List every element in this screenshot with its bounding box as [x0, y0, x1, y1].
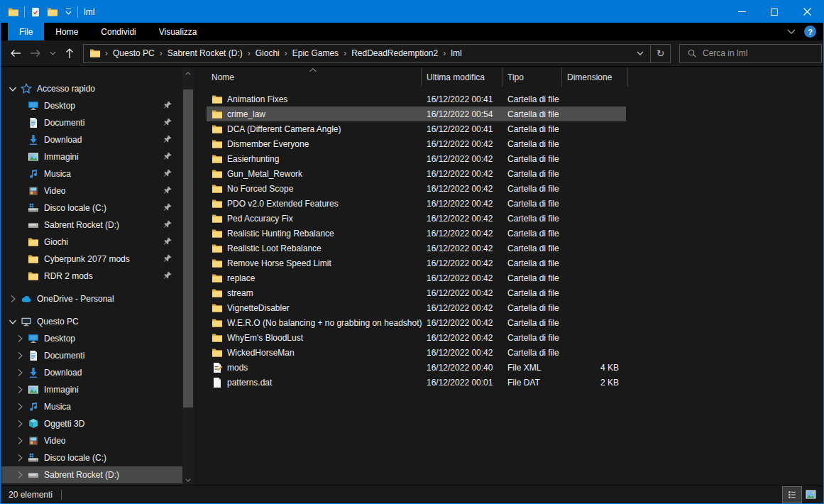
scroll-down-icon[interactable] — [182, 474, 194, 486]
scroll-up-icon[interactable] — [182, 67, 194, 79]
file-date: 16/12/2022 00:42 — [422, 169, 502, 179]
minimize-button[interactable] — [725, 1, 758, 23]
thumbnails-view-button[interactable] — [801, 487, 820, 503]
file-row[interactable]: Realistic Loot Rebalance16/12/2022 00:42… — [207, 241, 626, 256]
file-row[interactable]: No Forced Scope16/12/2022 00:42Cartella … — [207, 181, 626, 196]
file-row[interactable]: Easierhunting16/12/2022 00:42Cartella di… — [207, 151, 626, 166]
file-row[interactable]: crime_law16/12/2022 00:54Cartella di fil… — [207, 106, 626, 121]
file-row[interactable]: replace16/12/2022 00:42Cartella di file — [207, 270, 626, 285]
breadcrumb-item[interactable]: RedDeadRedemption2 — [346, 45, 443, 62]
file-row[interactable]: DCA (Different Camera Angle)16/12/2022 0… — [207, 121, 626, 136]
sidebar-item-sabrent-rocket-d[interactable]: Sabrent Rocket (D:) — [1, 217, 182, 234]
details-view-button[interactable] — [783, 487, 801, 503]
sidebar-item-desktop[interactable]: Desktop — [1, 97, 182, 114]
chevron-right-icon[interactable] — [13, 469, 27, 481]
sidebar-item-onedrive-personal[interactable]: OneDrive - Personal — [1, 290, 182, 307]
file-row[interactable]: VignetteDisabler16/12/2022 00:42Cartella… — [207, 300, 626, 315]
sidebar-scrollbar[interactable] — [182, 67, 194, 486]
tab-condividi[interactable]: Condividi — [89, 23, 147, 40]
breadcrumb-item[interactable]: Sabrent Rocket (D:) — [163, 45, 248, 62]
folder-icon[interactable] — [7, 6, 20, 18]
breadcrumb-item[interactable]: Epic Games — [287, 45, 344, 62]
sidebar-item-immagini[interactable]: Immagini — [1, 381, 182, 398]
recent-locations-chevron-icon[interactable] — [46, 44, 59, 62]
sidebar-item-documenti[interactable]: Documenti — [1, 347, 182, 364]
sidebar-item-oggetti-3d[interactable]: Oggetti 3D — [1, 415, 182, 432]
chevron-right-icon[interactable] — [13, 435, 27, 447]
customize-toolbar-chevron-icon[interactable] — [63, 9, 73, 15]
search-box[interactable]: Cerca in lml — [679, 44, 822, 63]
sidebar-item-questo-pc[interactable]: Questo PC — [1, 313, 182, 330]
scrollbar-thumb[interactable] — [183, 89, 193, 407]
help-button[interactable]: ? — [804, 26, 816, 38]
ribbon-expand-chevron-icon[interactable] — [787, 29, 796, 35]
close-button[interactable] — [791, 1, 823, 23]
chevron-right-icon[interactable] — [13, 367, 27, 378]
tab-home[interactable]: Home — [44, 23, 89, 40]
sidebar-item-download[interactable]: Download — [1, 131, 182, 148]
address-bar[interactable]: › Questo PC›Sabrent Rocket (D:)›Giochi›E… — [83, 44, 671, 63]
sidebar-item-cyberpunk-2077-mods[interactable]: Cyberpunk 2077 mods — [1, 251, 182, 268]
chevron-right-icon[interactable] — [13, 333, 27, 344]
file-row[interactable]: Animation Fixes16/12/2022 00:41Cartella … — [207, 92, 626, 106]
chevron-right-icon[interactable] — [6, 293, 20, 305]
refresh-button[interactable]: ↻ — [650, 45, 670, 62]
explorer-window: lml FileHomeCondividiVisualizza ? › Ques… — [0, 0, 824, 504]
properties-check-icon[interactable] — [29, 6, 42, 18]
sidebar-item-accesso-rapido[interactable]: Accesso rapido — [1, 80, 182, 97]
column-header-ultima-modifica[interactable]: Ultima modifica — [422, 67, 502, 87]
column-header-dimensione[interactable]: Dimensione — [562, 67, 628, 87]
file-row[interactable]: mods16/12/2022 00:40File XML4 KB — [207, 360, 626, 375]
forward-button[interactable] — [26, 44, 45, 62]
file-row[interactable]: Remove Horse Speed Limit16/12/2022 00:42… — [207, 256, 626, 270]
chevron-down-icon[interactable] — [6, 316, 20, 327]
sidebar-item-sabrent-rocket-d[interactable]: Sabrent Rocket (D:) — [1, 466, 182, 483]
sidebar-item-disco-locale-c[interactable]: Disco locale (C:) — [1, 449, 182, 466]
file-row[interactable]: Gun_Metal_Rework16/12/2022 00:42Cartella… — [207, 166, 626, 181]
file-name-cell: Realistic Hunting Rebalance — [207, 228, 422, 239]
chevron-right-icon[interactable] — [13, 384, 27, 395]
file-row[interactable]: stream16/12/2022 00:42Cartella di file — [207, 285, 626, 300]
breadcrumb-item[interactable]: lml — [446, 45, 466, 62]
sidebar-item-musica[interactable]: Musica — [1, 398, 182, 415]
address-dropdown-chevron-icon[interactable] — [630, 45, 650, 62]
xml-icon — [212, 362, 223, 373]
file-date: 16/12/2022 00:42 — [422, 184, 502, 194]
breadcrumb-item[interactable]: Giochi — [251, 45, 285, 62]
file-name: replace — [227, 273, 255, 283]
up-button[interactable] — [60, 44, 79, 62]
file-row[interactable]: W.E.R.O (No balancing + no grabbing on h… — [207, 315, 626, 330]
file-row[interactable]: patterns.dat16/12/2022 00:01File DAT2 KB — [207, 375, 626, 390]
file-row[interactable]: WickedHorseMan16/12/2022 00:42Cartella d… — [207, 345, 626, 360]
sidebar-item-giochi[interactable]: Giochi — [1, 234, 182, 251]
tab-visualizza[interactable]: Visualizza — [148, 23, 209, 40]
breadcrumb-item[interactable]: Questo PC — [108, 45, 160, 62]
file-date: 16/12/2022 00:42 — [422, 139, 502, 149]
sidebar-item-rdr-2-mods[interactable]: RDR 2 mods — [1, 268, 182, 285]
sidebar-item-video[interactable]: Video — [1, 182, 182, 199]
file-row[interactable]: WhyEm's BloodLust16/12/2022 00:42Cartell… — [207, 330, 626, 345]
sidebar-item-disco-locale-c[interactable]: Disco locale (C:) — [1, 199, 182, 217]
chevron-right-icon[interactable] — [13, 452, 27, 464]
file-name-cell: W.E.R.O (No balancing + no grabbing on h… — [207, 317, 422, 329]
file-row[interactable]: Dismember Everyone16/12/2022 00:42Cartel… — [207, 136, 626, 151]
back-button[interactable] — [6, 44, 25, 62]
sidebar-item-video[interactable]: Video — [1, 432, 182, 449]
chevron-right-icon[interactable] — [13, 350, 27, 361]
new-folder-icon[interactable] — [46, 6, 59, 18]
sidebar-item-download[interactable]: Download — [1, 364, 182, 381]
sidebar-item-desktop[interactable]: Desktop — [1, 330, 182, 347]
tab-file[interactable]: File — [8, 23, 44, 40]
folder-icon — [212, 258, 223, 269]
sidebar-item-documenti[interactable]: Documenti — [1, 114, 182, 131]
file-row[interactable]: Realistic Hunting Rebalance16/12/2022 00… — [207, 226, 626, 241]
file-row[interactable]: PDO v2.0 Extended Features16/12/2022 00:… — [207, 196, 626, 211]
column-header-tipo[interactable]: Tipo — [502, 67, 562, 87]
chevron-right-icon[interactable] — [13, 418, 27, 429]
maximize-button[interactable] — [758, 1, 791, 23]
chevron-down-icon[interactable] — [6, 83, 20, 94]
file-row[interactable]: Ped Accuracy Fix16/12/2022 00:42Cartella… — [207, 211, 626, 226]
chevron-right-icon[interactable] — [13, 401, 27, 412]
sidebar-item-immagini[interactable]: Immagini — [1, 148, 182, 165]
sidebar-item-musica[interactable]: Musica — [1, 165, 182, 182]
